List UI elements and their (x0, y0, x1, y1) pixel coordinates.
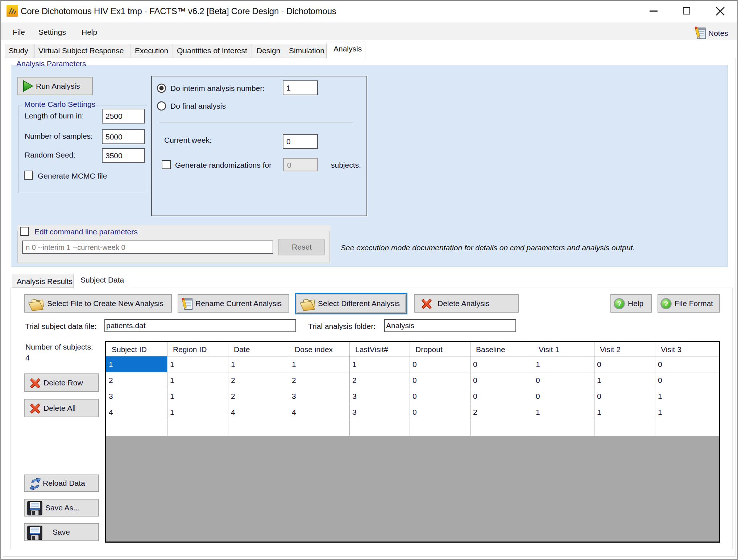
svg-text:?: ? (664, 300, 668, 308)
svg-text:?: ? (617, 300, 622, 308)
